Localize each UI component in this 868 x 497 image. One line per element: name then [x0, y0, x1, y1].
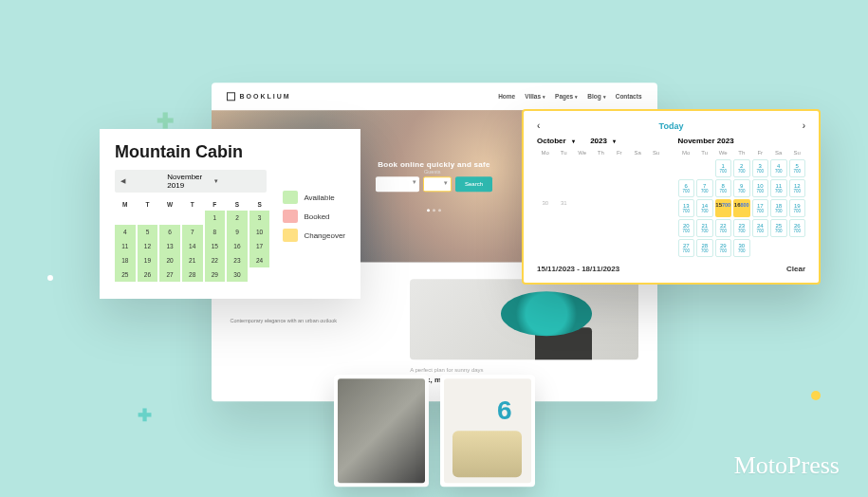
clear-button[interactable]: Clear [786, 265, 805, 273]
calendar-day[interactable]: 21 [182, 253, 203, 267]
calendar-day[interactable]: 2700 [733, 159, 750, 177]
calendar-day[interactable]: 27700 [678, 239, 695, 257]
hero-pagination [427, 209, 441, 212]
calendar-day[interactable]: 18 [115, 253, 136, 267]
calendar-day[interactable]: 23 [227, 253, 248, 267]
datepicker-next-icon[interactable]: › [803, 120, 805, 131]
calendar-day[interactable]: 6 [159, 225, 180, 239]
calendar-day[interactable]: 28700 [696, 239, 713, 257]
nav-home[interactable]: Home [498, 93, 515, 100]
calendar-day[interactable]: 19 [138, 253, 158, 267]
calendar-day[interactable]: 4 [115, 225, 136, 239]
calendar-day[interactable]: 8 [205, 225, 226, 239]
body-image [410, 279, 637, 359]
calendar-day[interactable]: 5 [138, 225, 158, 239]
calendar-day[interactable]: 7 [182, 225, 203, 239]
nav-contacts[interactable]: Contacts [616, 93, 642, 100]
calendar-day[interactable]: 22700 [715, 219, 732, 237]
calendar-day[interactable]: 18700 [770, 199, 787, 217]
calendar-day[interactable]: 25 [115, 267, 136, 282]
calendar-day[interactable]: 14 [182, 239, 203, 253]
weekday-header: Sa [770, 148, 787, 157]
calendar-day[interactable]: 17 [249, 239, 270, 253]
calendar-day[interactable]: 22 [205, 253, 226, 267]
decoration-dot-yellow [811, 391, 821, 400]
calendar-day[interactable]: 24700 [752, 219, 769, 237]
calendar-day[interactable]: 14700 [696, 199, 713, 217]
nav-villas[interactable]: Villas▾ [525, 93, 545, 100]
calendar-day[interactable]: 16800 [733, 199, 750, 217]
calendar-day[interactable]: 4700 [770, 159, 787, 177]
calendar-day[interactable]: 8700 [715, 179, 732, 197]
month-dropdown-icon[interactable]: ▾ [214, 177, 261, 185]
calendar-day[interactable]: 23700 [733, 219, 750, 237]
month2-label: November 2023 [678, 137, 806, 145]
hero-search-button[interactable]: Search [455, 176, 492, 192]
year1-select[interactable]: 2023 [590, 137, 607, 145]
thumb-card-2 [440, 375, 535, 487]
calendar-day[interactable]: 2 [227, 211, 248, 225]
nav-blog[interactable]: Blog▾ [587, 93, 605, 100]
calendar-day[interactable]: 3 [249, 211, 270, 225]
calendar-day[interactable]: 10700 [752, 179, 769, 197]
calendar-day[interactable]: 13700 [678, 199, 695, 217]
datepicker-today-link[interactable]: Today [540, 121, 802, 131]
month1-select[interactable]: October [537, 137, 566, 145]
calendar-day[interactable]: 13 [159, 239, 180, 253]
weekday-header: M [115, 198, 136, 211]
calendar-day[interactable]: 3700 [752, 159, 769, 177]
month-selector[interactable]: ◀ November 2019 ▾ [115, 170, 267, 193]
calendar-day[interactable]: 31 [556, 197, 573, 209]
calendar-day[interactable]: 28 [182, 267, 203, 282]
weekday-header: S [227, 198, 248, 211]
legend-swatch-booked [283, 210, 298, 223]
hero-guests-field[interactable]: Guests [423, 176, 452, 192]
calendar-day[interactable]: 30 [227, 267, 248, 282]
calendar-day[interactable]: 7700 [696, 179, 713, 197]
nav-pages[interactable]: Pages▾ [555, 93, 578, 100]
weekday-header: T [138, 198, 158, 211]
calendar-day[interactable]: 1 [205, 211, 226, 225]
calendar-day[interactable]: 16 [227, 239, 248, 253]
calendar-day[interactable]: 19700 [789, 199, 806, 217]
prev-month-icon[interactable]: ◀ [120, 177, 167, 185]
weekday-header: Sa [630, 148, 647, 157]
weekday-header: F [205, 198, 226, 211]
calendar-day[interactable]: 9700 [733, 179, 750, 197]
calendar-day[interactable]: 10 [249, 225, 270, 239]
calendar-day[interactable]: 12700 [789, 179, 806, 197]
month-label: November 2019 [167, 173, 213, 190]
calendar-day[interactable]: 30700 [733, 239, 750, 257]
calendar-day[interactable]: 1700 [715, 159, 732, 177]
calendar-day[interactable]: 11700 [770, 179, 787, 197]
calendar-day[interactable]: 15 [205, 239, 226, 253]
hero-checkin-field[interactable] [376, 176, 419, 192]
legend-label-available: Available [304, 193, 334, 202]
weekday-header: Su [648, 148, 665, 157]
weekday-header: Tu [556, 148, 573, 157]
motopress-logo: MotoPress [734, 451, 840, 480]
calendar-day[interactable]: 17700 [752, 199, 769, 217]
section-caption: A perfect plan for sunny days [410, 367, 637, 373]
weekday-header: Fr [611, 148, 628, 157]
calendar-day[interactable]: 29 [205, 267, 226, 282]
calendar-day[interactable]: 26 [138, 267, 158, 282]
calendar-day[interactable]: 27 [159, 267, 180, 282]
calendar-day[interactable]: 5700 [789, 159, 806, 177]
calendar-day[interactable]: 9 [227, 225, 248, 239]
calendar-day[interactable]: 6700 [678, 179, 695, 197]
calendar-day[interactable]: 11 [115, 239, 136, 253]
availability-panel: Mountain Cabin ◀ November 2019 ▾ MTWTFSS… [100, 129, 360, 299]
calendar-day[interactable]: 20 [159, 253, 180, 267]
calendar-day[interactable]: 15700 [715, 199, 732, 217]
calendar-day[interactable]: 12 [138, 239, 158, 253]
calendar-day[interactable]: 29700 [715, 239, 732, 257]
weekday-header: Mo [678, 148, 695, 157]
calendar-day[interactable]: 25700 [770, 219, 787, 237]
legend-label-booked: Booked [304, 212, 329, 221]
calendar-day[interactable]: 26700 [789, 219, 806, 237]
calendar-day[interactable]: 30 [537, 197, 554, 209]
calendar-day[interactable]: 21700 [696, 219, 713, 237]
calendar-day[interactable]: 20700 [678, 219, 695, 237]
calendar-day[interactable]: 24 [249, 253, 270, 267]
